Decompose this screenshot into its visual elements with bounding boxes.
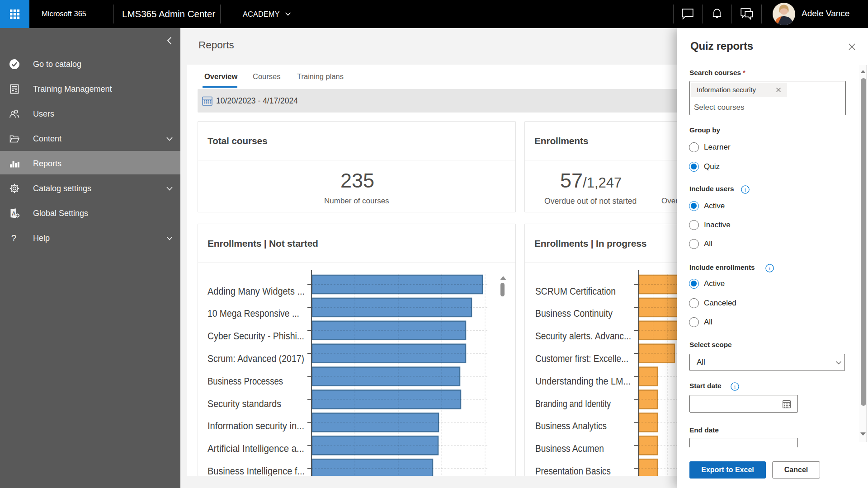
- svg-text:Business Intelligence f...: Business Intelligence f...: [208, 465, 305, 476]
- svg-text:Cyber Security - Phishi...: Cyber Security - Phishi...: [208, 330, 304, 342]
- svg-text:Branding and Identity: Branding and Identity: [535, 398, 611, 409]
- svg-text:Information security in...: Information security in...: [208, 420, 304, 432]
- svg-text:Customer first: Excelle...: Customer first: Excelle...: [535, 353, 628, 364]
- svg-text:SCRUM Certification: SCRUM Certification: [535, 286, 616, 297]
- svg-text:Artificial Intelligence a...: Artificial Intelligence a...: [208, 443, 304, 454]
- svg-text:Business Processes: Business Processes: [208, 375, 283, 387]
- svg-text:Business Acumen: Business Acumen: [535, 443, 604, 454]
- svg-text:i: i: [769, 266, 770, 271]
- svg-text:Presentation Basics: Presentation Basics: [535, 465, 611, 476]
- svg-text:Security standards: Security standards: [208, 398, 281, 409]
- svg-text:Business Analytics: Business Analytics: [535, 420, 607, 432]
- svg-text:A: A: [12, 210, 16, 216]
- svg-text:Business Continuity: Business Continuity: [535, 308, 613, 319]
- svg-text:Adding Many Widgets ...: Adding Many Widgets ...: [208, 286, 305, 297]
- svg-text:Understanding the LM...: Understanding the LM...: [535, 375, 631, 387]
- svg-text:Scrum: Advanced (2017): Scrum: Advanced (2017): [208, 353, 304, 364]
- svg-text:Security alerts. Advanc...: Security alerts. Advanc...: [535, 330, 631, 342]
- svg-text:i: i: [745, 187, 746, 192]
- svg-text:i: i: [734, 384, 736, 389]
- svg-text:10 Mega Responsive ...: 10 Mega Responsive ...: [208, 308, 299, 319]
